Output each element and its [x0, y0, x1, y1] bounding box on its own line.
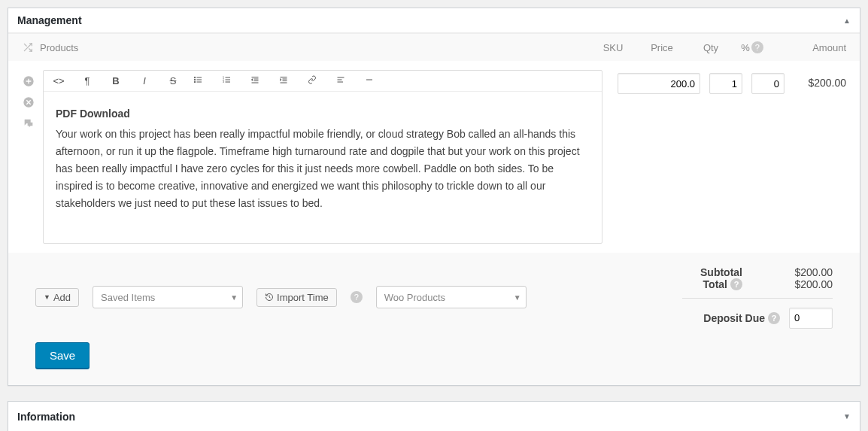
divider	[682, 298, 833, 299]
bulleted-list-icon[interactable]	[193, 75, 211, 87]
save-row: Save	[35, 342, 833, 369]
paragraph-format-icon[interactable]: ¶	[78, 75, 96, 87]
values-column: $200.00	[618, 70, 846, 94]
chevron-down-icon: ▼	[230, 293, 238, 302]
svg-line-2	[24, 44, 26, 46]
help-icon[interactable]: ?	[751, 41, 763, 53]
information-panel: Information ▼	[8, 401, 860, 431]
saved-items-select[interactable]: Saved Items ▼	[93, 286, 243, 308]
col-products: Products	[40, 42, 590, 53]
save-button[interactable]: Save	[35, 342, 90, 369]
collapse-down-icon[interactable]: ▼	[843, 412, 851, 420]
caret-down-icon: ▼	[44, 293, 50, 301]
total-label: Total ?	[682, 278, 742, 290]
item-title: PDF Download	[56, 105, 590, 123]
collapse-up-icon[interactable]: ▲	[843, 17, 851, 25]
col-qty: Qty	[688, 42, 733, 53]
woo-products-select[interactable]: Woo Products ▼	[376, 286, 527, 308]
help-icon[interactable]: ?	[351, 291, 363, 303]
management-panel: Management ▲ Products SKU Price Qty % ? …	[8, 8, 860, 386]
add-button[interactable]: ▼ Add	[35, 288, 79, 307]
numbered-list-icon[interactable]: 123	[221, 75, 239, 87]
svg-point-5	[194, 77, 196, 78]
footer-controls: ▼ Add Saved Items ▼ Import Time ? Woo Pr…	[35, 266, 833, 329]
indent-icon[interactable]	[278, 75, 296, 87]
add-label: Add	[53, 292, 71, 303]
col-sku: SKU	[590, 42, 636, 53]
subtotal-value: $200.00	[765, 266, 833, 278]
svg-text:3: 3	[223, 80, 224, 83]
management-body: Products SKU Price Qty % ? Amount	[8, 33, 860, 385]
bold-icon[interactable]: B	[107, 75, 125, 87]
row-actions	[22, 70, 43, 130]
footer-area: ▼ Add Saved Items ▼ Import Time ? Woo Pr…	[8, 253, 860, 385]
comment-row-icon[interactable]	[22, 117, 35, 130]
editor-column: <> ¶ B I S 123	[43, 70, 602, 244]
price-input[interactable]	[618, 73, 700, 94]
col-pct-label: %	[741, 42, 750, 53]
italic-icon[interactable]: I	[135, 75, 153, 87]
outdent-icon[interactable]	[250, 75, 268, 87]
amount-value: $200.00	[794, 73, 846, 89]
line-item-row: <> ¶ B I S 123	[8, 61, 860, 253]
saved-items-placeholder: Saved Items	[101, 292, 155, 303]
history-icon	[265, 293, 274, 302]
col-amount: Amount	[771, 42, 846, 53]
import-time-button[interactable]: Import Time	[256, 288, 337, 307]
pct-input[interactable]	[751, 73, 785, 94]
col-price: Price	[636, 42, 688, 53]
management-title: Management	[17, 14, 82, 26]
shuffle-icon	[22, 42, 34, 53]
link-icon[interactable]	[307, 75, 325, 87]
horizontal-rule-icon[interactable]	[364, 75, 382, 87]
item-description: Your work on this project has been reall…	[56, 128, 580, 209]
qty-input[interactable]	[709, 73, 742, 94]
deposit-row: Deposit Due ?	[682, 308, 833, 329]
editor-content[interactable]: PDF Download Your work on this project h…	[44, 92, 602, 243]
chevron-down-icon: ▼	[514, 293, 521, 302]
import-time-label: Import Time	[277, 292, 329, 303]
col-pct: % ?	[733, 41, 771, 53]
subtotal-label: Subtotal	[682, 266, 742, 278]
help-icon[interactable]: ?	[730, 278, 742, 290]
svg-point-9	[194, 81, 196, 83]
help-icon[interactable]: ?	[768, 312, 780, 324]
remove-row-icon[interactable]	[22, 96, 35, 109]
editor-toolbar: <> ¶ B I S 123	[44, 71, 602, 92]
management-header[interactable]: Management ▲	[8, 8, 860, 33]
add-row-icon[interactable]	[22, 74, 35, 88]
rich-text-editor: <> ¶ B I S 123	[43, 70, 602, 244]
align-left-icon[interactable]	[335, 75, 354, 87]
total-value: $200.00	[765, 278, 833, 290]
totals-block: Subtotal $200.00 Total ? $200.00 Deposit	[682, 266, 833, 329]
column-headers: Products SKU Price Qty % ? Amount	[8, 34, 860, 61]
information-header[interactable]: Information ▼	[8, 402, 860, 431]
woo-placeholder: Woo Products	[384, 292, 445, 303]
deposit-label: Deposit Due ?	[703, 312, 780, 324]
information-title: Information	[17, 411, 75, 423]
svg-point-7	[194, 79, 196, 80]
deposit-input[interactable]	[789, 308, 833, 329]
code-view-icon[interactable]: <>	[50, 75, 68, 87]
strikethrough-icon[interactable]: S	[164, 75, 182, 87]
